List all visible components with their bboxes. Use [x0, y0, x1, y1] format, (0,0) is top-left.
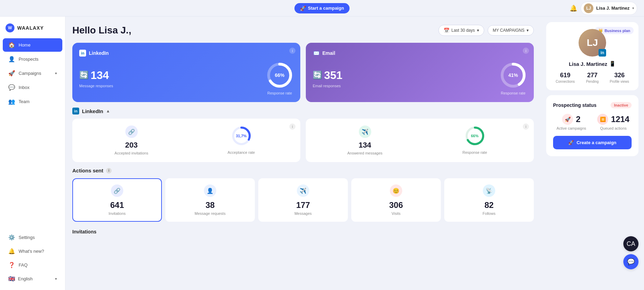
acceptance-label: Acceptance rate [228, 150, 255, 154]
email-progress-circle: 41% [499, 61, 527, 89]
actions-header: Actions sent i [72, 168, 534, 173]
sidebar-item-label: FAQ [19, 262, 28, 268]
linkedin-badge-icon: in [599, 49, 606, 57]
profile-name: Lisa J. Martinez 📱 [569, 61, 616, 67]
main-content: Hello Lisa J., 📅 Last 30 days ▾ MY CAMPA… [65, 17, 541, 290]
date-range-filter[interactable]: 📅 Last 30 days ▾ [438, 25, 484, 36]
accepted-label: Accepted invitations [115, 151, 148, 155]
email-rate-label: Response rate [501, 91, 526, 95]
sidebar-item-whats-new[interactable]: 🔔 What's new? [3, 244, 62, 258]
response-label: Response rate [463, 150, 487, 154]
sidebar-item-faq[interactable]: ❓ FAQ [3, 258, 62, 272]
sidebar-item-label: What's new? [19, 249, 44, 254]
email-response-number: 🔄 351 [313, 69, 342, 82]
info-icon: i [106, 168, 112, 173]
language-selector[interactable]: 🇬🇧 English ▾ [3, 272, 62, 286]
sidebar-item-label: Settings [19, 235, 35, 240]
email-icon: ✉️ [313, 50, 320, 57]
chevron-down-icon: ▾ [632, 6, 634, 10]
sidebar: W WAALAXY 🏠 Home 👤 Prospects 🚀 Campaigns… [0, 17, 65, 290]
logo-text: WAALAXY [17, 25, 44, 31]
sidebar-item-prospects[interactable]: 👤 Prospects [3, 52, 62, 66]
message-requests-icon: 👤 [204, 184, 216, 197]
action-card-message-requests[interactable]: 👤 38 Message requests [165, 178, 255, 222]
acceptance-circle: 31,7% [231, 126, 252, 146]
notification-button[interactable]: 🔔 [570, 4, 577, 12]
profile-views-label: Profile views [610, 80, 629, 83]
linkedin-rate-percent: 66% [275, 72, 284, 78]
action-card-visits[interactable]: 😊 306 Visits [351, 178, 441, 222]
sidebar-bottom: ⚙️ Settings 🔔 What's new? ❓ FAQ 🇬🇧 Engli… [0, 230, 65, 286]
sidebar-item-campaigns[interactable]: 🚀 Campaigns ▾ [3, 67, 62, 80]
rocket-icon: 🚀 [568, 140, 574, 145]
linkedin-message-label: Message responses [79, 84, 113, 88]
team-icon: 👥 [8, 98, 15, 105]
linkedin-section-title: LinkedIn [82, 108, 103, 114]
create-campaign-button[interactable]: 🚀 Create a campaign [553, 136, 632, 149]
active-campaigns-stat: 🚀 2 Active campaigns [553, 114, 590, 130]
profile-stats: 619 Connections 277 Pending 326 Profile … [553, 72, 632, 83]
status-badge: Inactive [611, 102, 632, 108]
linkedin-rate-label: Response rate [267, 91, 292, 95]
info-icon[interactable]: i [523, 123, 529, 130]
linkedin-message-number: 🔄 134 [79, 69, 113, 82]
info-icon[interactable]: i [523, 48, 529, 54]
sidebar-item-label: Prospects [19, 57, 39, 62]
page-title: Hello Lisa J., [72, 25, 131, 36]
linkedin-rate: 66% Response rate [266, 61, 293, 95]
chat-support-button[interactable]: 💬 [623, 254, 638, 269]
accepted-value: 203 [125, 141, 138, 150]
linkedin-icon: in [79, 50, 86, 57]
linkedin-card-header: in LinkedIn [79, 50, 293, 57]
chevron-down-icon: ▾ [55, 277, 57, 281]
campaigns-icon: 🚀 [8, 70, 15, 77]
collapse-toggle[interactable]: ▲ [106, 109, 110, 113]
action-card-messages[interactable]: ✈️ 177 Messages [258, 178, 348, 222]
connections-stat: 619 Connections [553, 72, 578, 83]
answered-messages-stat: ✈️ 134 Answered messages [313, 126, 417, 155]
sidebar-item-team[interactable]: 👥 Team [3, 95, 62, 108]
logo-area: W WAALAXY [0, 21, 65, 38]
action-card-invitations[interactable]: 🔗 641 Invitations [72, 178, 162, 222]
sidebar-item-settings[interactable]: ⚙️ Settings [3, 231, 62, 244]
user-pill[interactable]: LJ Lisa J. Martinez ▾ [581, 2, 637, 15]
linkedin-section: in LinkedIn ▲ i 🔗 203 Accepted invitatio… [72, 108, 534, 162]
invitations-value: 641 [110, 200, 124, 210]
topbar: 🚀 Start a campaign 🔔 LJ Lisa J. Martinez… [0, 0, 644, 17]
linkedin-section-icon: in [72, 108, 79, 114]
chevron-down-icon: ▾ [477, 28, 479, 33]
language-label: English [18, 276, 33, 281]
start-campaign-button[interactable]: 🚀 Start a campaign [294, 3, 350, 13]
info-icon[interactable]: i [289, 123, 295, 130]
response-rate-stat: 66% Response rate [423, 126, 527, 155]
connections-value: 619 [560, 72, 570, 79]
pending-stat: 277 Pending [580, 72, 605, 83]
message-requests-label: Message requests [195, 211, 226, 216]
info-icon[interactable]: i [289, 48, 295, 54]
profile-views-stat: 326 Profile views [607, 72, 632, 83]
linkedin-messages-grid: ✈️ 134 Answered messages 66% [313, 126, 527, 155]
floating-buttons: CA 💬 [623, 236, 638, 269]
action-card-follows[interactable]: 📡 82 Follows [444, 178, 534, 222]
flag-icon: 🇬🇧 [8, 276, 15, 282]
user-name: Lisa J. Martinez [596, 6, 630, 11]
sidebar-item-home[interactable]: 🏠 Home [3, 38, 62, 52]
email-response-label: Email responses [313, 84, 342, 88]
active-campaigns-label: Active campaigns [557, 126, 586, 130]
visits-icon: 😊 [390, 184, 402, 197]
queued-actions-value: 1214 [611, 114, 629, 124]
acceptance-percent: 31,7% [236, 134, 247, 138]
chevron-down-icon: ▾ [527, 28, 529, 33]
sidebar-item-inbox[interactable]: 💬 Inbox [3, 81, 62, 94]
rocket-icon: 🚀 [300, 6, 306, 11]
email-rate-percent: 41% [508, 72, 518, 78]
answered-value: 134 [359, 141, 371, 150]
header-controls: 📅 Last 30 days ▾ MY CAMPAIGNS ▾ [438, 25, 534, 36]
email-response-stat: 🔄 351 Email responses [313, 69, 342, 88]
follows-icon: 📡 [483, 184, 495, 197]
chat-assistant-button[interactable]: CA [623, 236, 638, 251]
campaign-filter[interactable]: MY CAMPAIGNS ▾ [488, 25, 534, 36]
calendar-icon: 📅 [444, 28, 449, 33]
visits-label: Visits [392, 211, 401, 216]
email-card-header: ✉️ Email [313, 50, 527, 57]
